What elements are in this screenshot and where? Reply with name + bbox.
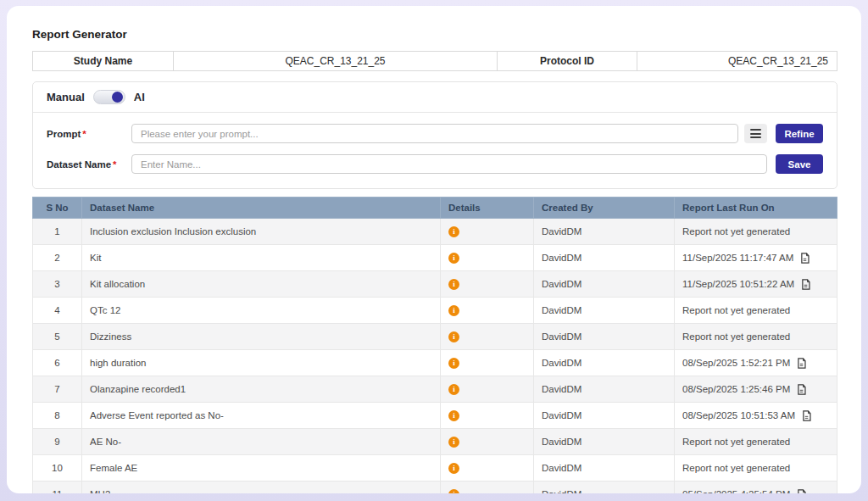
report-status-text: 08/Sep/2025 1:52:21 PM: [682, 358, 790, 368]
details-cell: i: [441, 324, 534, 350]
s-no-cell: 10: [33, 455, 82, 482]
dataset-name-cell: Dizziness: [82, 324, 441, 350]
mode-toggle-row: Manual AI: [33, 82, 837, 112]
report-last-run-cell: 08/Sep/2025 1:52:21 PM: [675, 350, 837, 376]
report-status-text: Report not yet generated: [682, 331, 790, 342]
report-status-text: 05/Sep/2025 4:25:54 PM: [682, 489, 790, 493]
created-by-cell: DavidDM: [534, 455, 675, 482]
created-by-cell: DavidDM: [534, 324, 675, 350]
dataset-name-cell: QTc 12: [82, 298, 441, 324]
details-cell: i: [441, 482, 534, 494]
table-row: 5DizzinessiDavidDMReport not yet generat…: [33, 324, 837, 350]
report-last-run-cell: Report not yet generated: [675, 429, 837, 455]
dataset-table: S No Dataset Name Details Created By Rep…: [32, 197, 837, 493]
dataset-name-label: Dataset Name*: [47, 159, 131, 170]
report-file-icon[interactable]: [801, 410, 812, 421]
info-icon[interactable]: i: [448, 437, 459, 448]
details-cell: i: [441, 350, 534, 376]
created-by-cell: DavidDM: [534, 298, 675, 324]
created-by-cell: DavidDM: [534, 403, 675, 429]
save-button[interactable]: Save: [776, 154, 823, 174]
dataset-name-cell: Adverse Event reported as No-: [82, 403, 441, 429]
dataset-name-cell: Kit allocation: [82, 271, 441, 298]
required-marker: *: [113, 159, 116, 170]
info-icon[interactable]: i: [448, 305, 459, 316]
details-cell: i: [441, 403, 534, 429]
created-by-cell: DavidDM: [534, 245, 675, 271]
column-header-report-last-run-on: Report Last Run On: [675, 198, 837, 219]
mode-toggle-switch[interactable]: [93, 90, 125, 104]
study-info-bar: Study Name QEAC_CR_13_21_25 Protocol ID …: [32, 51, 837, 71]
dataset-name-cell: high duration: [82, 350, 441, 376]
table-body: 1Inclusion exclusion Inclusion exclusion…: [33, 219, 837, 494]
details-cell: i: [441, 455, 534, 482]
dataset-name-input[interactable]: [131, 154, 767, 174]
report-file-icon[interactable]: [796, 489, 807, 494]
s-no-cell: 1: [33, 219, 82, 245]
table-row: 8Adverse Event reported as No-iDavidDM08…: [33, 403, 837, 429]
dataset-name-row: Dataset Name* Save: [47, 154, 823, 174]
info-icon[interactable]: i: [448, 226, 459, 237]
s-no-cell: 8: [33, 403, 82, 429]
info-icon[interactable]: i: [448, 253, 459, 264]
report-last-run-cell: 11/Sep/2025 11:17:47 AM: [675, 245, 837, 271]
dataset-name-cell: MH2: [82, 482, 441, 494]
dataset-name-cell: Olanzapine recorded1: [82, 376, 441, 403]
prompt-input[interactable]: [131, 124, 738, 143]
report-status-text: 11/Sep/2025 11:17:47 AM: [682, 253, 793, 263]
created-by-cell: DavidDM: [534, 219, 675, 245]
table-row: 6high durationiDavidDM08/Sep/2025 1:52:2…: [33, 350, 837, 376]
info-icon[interactable]: i: [448, 489, 459, 493]
info-icon[interactable]: i: [448, 463, 459, 474]
manual-mode-label: Manual: [47, 91, 85, 103]
details-cell: i: [441, 429, 534, 455]
table-row: 3Kit allocationiDavidDM11/Sep/2025 10:51…: [33, 271, 837, 298]
table-row: 9AE No-iDavidDMReport not yet generated: [33, 429, 837, 455]
report-file-icon[interactable]: [796, 358, 807, 369]
info-icon[interactable]: i: [448, 410, 459, 421]
dataset-name-cell: Kit: [82, 245, 441, 271]
info-icon[interactable]: i: [448, 384, 459, 395]
generator-panel: Manual AI Prompt*: [32, 81, 837, 189]
info-icon[interactable]: i: [448, 279, 459, 290]
table-header-row: S No Dataset Name Details Created By Rep…: [33, 198, 837, 219]
info-icon[interactable]: i: [448, 331, 459, 342]
column-header-created-by: Created By: [534, 198, 675, 219]
prompt-menu-button[interactable]: [744, 124, 767, 143]
report-file-icon[interactable]: [800, 279, 811, 290]
report-status-text: Report not yet generated: [682, 226, 790, 237]
details-cell: i: [441, 298, 534, 324]
column-header-s-no: S No: [33, 198, 82, 219]
s-no-cell: 3: [33, 271, 82, 298]
report-status-text: 11/Sep/2025 10:51:22 AM: [682, 279, 794, 289]
report-last-run-cell: Report not yet generated: [675, 324, 837, 350]
required-marker: *: [82, 129, 86, 139]
details-cell: i: [441, 245, 534, 271]
report-last-run-cell: Report not yet generated: [675, 298, 837, 324]
column-header-details: Details: [441, 198, 534, 219]
form-area: Prompt* Refine Dataset Name*: [33, 113, 837, 188]
s-no-cell: 7: [33, 376, 82, 403]
report-generator-card: Report Generator Study Name QEAC_CR_13_2…: [7, 6, 861, 493]
dataset-name-cell: AE No-: [82, 429, 441, 455]
report-status-text: 08/Sep/2025 10:51:53 AM: [682, 410, 795, 420]
info-icon[interactable]: i: [448, 358, 459, 369]
table-row: 1Inclusion exclusion Inclusion exclusion…: [33, 219, 837, 245]
report-last-run-cell: 08/Sep/2025 10:51:53 AM: [675, 403, 837, 429]
report-file-icon[interactable]: [796, 384, 807, 395]
table-row: 10Female AEiDavidDMReport not yet genera…: [33, 455, 837, 482]
details-cell: i: [441, 271, 534, 298]
s-no-cell: 4: [33, 298, 82, 324]
report-last-run-cell: 05/Sep/2025 4:25:54 PM: [675, 482, 837, 494]
protocol-id-value: QEAC_CR_13_21_25: [637, 51, 837, 71]
report-status-text: Report not yet generated: [682, 305, 790, 315]
created-by-cell: DavidDM: [534, 429, 675, 455]
refine-button[interactable]: Refine: [776, 124, 823, 143]
s-no-cell: 5: [33, 324, 82, 350]
s-no-cell: 2: [33, 245, 82, 271]
report-status-text: Report not yet generated: [682, 437, 790, 447]
report-last-run-cell: 08/Sep/2025 1:25:46 PM: [675, 376, 837, 403]
report-last-run-cell: Report not yet generated: [675, 455, 837, 482]
toggle-knob: [112, 92, 123, 103]
report-file-icon[interactable]: [799, 253, 810, 264]
